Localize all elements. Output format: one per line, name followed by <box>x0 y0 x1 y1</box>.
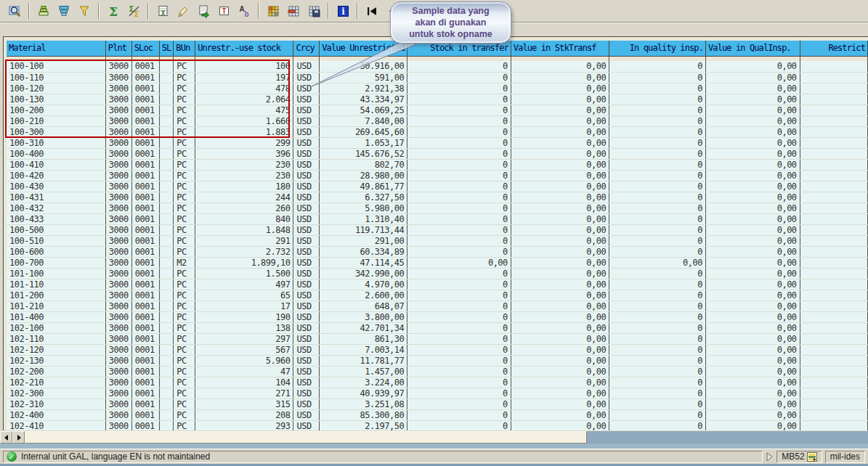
table-cell[interactable]: PC <box>174 224 195 235</box>
table-cell[interactable]: PC <box>174 235 195 246</box>
table-cell[interactable] <box>159 355 174 366</box>
table-cell[interactable]: 3000 <box>105 137 131 148</box>
table-cell[interactable] <box>159 333 174 344</box>
table-cell[interactable]: 102-310 <box>7 398 105 409</box>
table-cell[interactable]: 100-200 <box>7 105 105 115</box>
table-cell[interactable]: M2 <box>174 257 195 268</box>
table-cell[interactable]: 0001 <box>131 333 159 344</box>
table-row[interactable]: 101-10030000001PC1.500USD342.990,0000,00… <box>7 268 868 279</box>
scrollbar-thumb[interactable] <box>25 431 587 443</box>
table-cell[interactable]: 100-430 <box>7 181 105 192</box>
table-row[interactable]: 100-43030000001PC180USD49.861,7700,0000,… <box>7 181 868 192</box>
table-cell[interactable]: 0 <box>609 159 706 170</box>
table-cell[interactable]: 3000 <box>105 322 131 333</box>
table-cell[interactable]: USD <box>293 148 320 159</box>
table-cell[interactable]: PC <box>174 290 195 301</box>
column-header-bun[interactable]: BUn <box>174 41 195 56</box>
table-cell[interactable]: PC <box>174 388 195 398</box>
table-cell[interactable]: 100-433 <box>7 213 105 224</box>
table-cell[interactable]: 3000 <box>105 388 131 398</box>
table-cell[interactable]: 0,00 <box>511 235 609 246</box>
table-cell[interactable]: 100-510 <box>7 235 105 246</box>
table-cell[interactable] <box>159 224 174 235</box>
table-cell[interactable]: 0 <box>609 290 706 301</box>
table-cell[interactable]: 0001 <box>131 246 159 257</box>
table-row[interactable]: 100-11030000001PC197USD591,0000,0000,00 <box>7 72 868 83</box>
table-cell[interactable]: 271 <box>195 388 293 398</box>
table-cell[interactable] <box>800 83 867 94</box>
table-cell[interactable]: USD <box>293 137 320 148</box>
table-cell[interactable]: 0001 <box>131 224 159 235</box>
table-cell[interactable] <box>159 311 174 322</box>
table-row[interactable]: 101-21030000001PC17USD648,0700,0000,00 <box>7 301 868 311</box>
table-cell[interactable]: 315 <box>195 398 293 409</box>
table-cell[interactable]: 102-300 <box>7 388 105 398</box>
table-cell[interactable]: PC <box>174 268 195 279</box>
table-cell[interactable]: 102-130 <box>7 355 105 366</box>
table-cell[interactable]: 0,00 <box>706 409 800 420</box>
column-header-unrestr-use-stock[interactable]: Unrestr.-use stock <box>195 41 293 56</box>
table-cell[interactable] <box>800 366 867 377</box>
table-cell[interactable]: 0,00 <box>511 72 609 83</box>
table-cell[interactable]: 0,00 <box>706 279 800 290</box>
table-cell[interactable]: 3.251,08 <box>320 398 407 409</box>
toolbar-mail-recipient-button[interactable]: T <box>214 2 234 20</box>
table-cell[interactable]: 101-200 <box>7 290 105 301</box>
table-cell[interactable]: 3000 <box>105 355 131 366</box>
table-cell[interactable]: 104 <box>195 377 293 388</box>
table-cell[interactable]: 0,00 <box>511 213 609 224</box>
table-cell[interactable] <box>159 213 174 224</box>
table-row[interactable]: 101-20030000001PC65USD2.600,0000,0000,00 <box>7 290 868 301</box>
table-cell[interactable] <box>159 268 174 279</box>
table-cell[interactable] <box>800 344 867 355</box>
table-cell[interactable]: 0,00 <box>706 83 800 94</box>
table-cell[interactable]: 0,00 <box>706 366 800 377</box>
table-cell[interactable]: 0,00 <box>706 170 800 181</box>
table-cell[interactable]: 3000 <box>105 105 131 115</box>
scroll-right-button[interactable] <box>12 431 25 443</box>
toolbar-layout-save-button[interactable] <box>304 2 324 20</box>
table-row[interactable]: 102-30030000001PC271USD40.939,9700,0000,… <box>7 388 868 398</box>
table-cell[interactable]: 0 <box>609 246 706 257</box>
table-cell[interactable]: 0,00 <box>511 388 609 398</box>
table-cell[interactable]: 0 <box>407 61 511 72</box>
table-cell[interactable]: 0,00 <box>706 115 800 126</box>
table-cell[interactable]: 119.713,44 <box>320 224 407 235</box>
table-cell[interactable]: 0001 <box>131 409 159 420</box>
table-cell[interactable]: 1.883 <box>195 126 293 137</box>
table-cell[interactable]: 0 <box>407 83 511 94</box>
table-cell[interactable]: 0001 <box>131 311 159 322</box>
table-cell[interactable]: 0 <box>609 213 706 224</box>
table-cell[interactable]: 293 <box>195 420 293 430</box>
table-cell[interactable]: 0 <box>407 355 511 366</box>
table-cell[interactable]: 0 <box>407 398 511 409</box>
table-cell[interactable]: 43.334,97 <box>320 94 407 105</box>
toolbar-layout-change-button[interactable] <box>283 2 304 20</box>
table-cell[interactable]: 0 <box>609 366 706 377</box>
toolbar-filter-button[interactable] <box>74 2 94 20</box>
table-cell[interactable]: PC <box>174 94 195 105</box>
table-cell[interactable]: 0 <box>407 115 511 126</box>
table-cell[interactable] <box>159 388 174 398</box>
table-cell[interactable]: 0 <box>609 333 706 344</box>
table-cell[interactable]: 0 <box>407 333 511 344</box>
table-cell[interactable]: 47.114,45 <box>320 257 407 268</box>
table-row[interactable]: 100-40030000001PC396USD145.676,5200,0000… <box>7 148 868 159</box>
table-cell[interactable] <box>800 333 867 344</box>
table-cell[interactable]: 0 <box>609 105 706 115</box>
table-cell[interactable]: 0 <box>407 366 511 377</box>
table-cell[interactable] <box>159 170 174 181</box>
table-cell[interactable]: 0 <box>609 301 706 311</box>
table-cell[interactable]: 0 <box>609 388 706 398</box>
table-cell[interactable] <box>159 126 174 137</box>
table-cell[interactable]: PC <box>174 203 195 213</box>
table-cell[interactable]: 0,00 <box>511 115 609 126</box>
table-cell[interactable]: 0 <box>609 72 706 83</box>
table-cell[interactable]: 1.660 <box>195 115 293 126</box>
table-cell[interactable]: 0001 <box>131 126 159 137</box>
table-cell[interactable]: 101-400 <box>7 311 105 322</box>
table-cell[interactable]: 2.600,00 <box>320 290 407 301</box>
table-cell[interactable]: PC <box>174 409 195 420</box>
table-cell[interactable]: USD <box>293 246 320 257</box>
table-cell[interactable]: 138 <box>195 322 293 333</box>
